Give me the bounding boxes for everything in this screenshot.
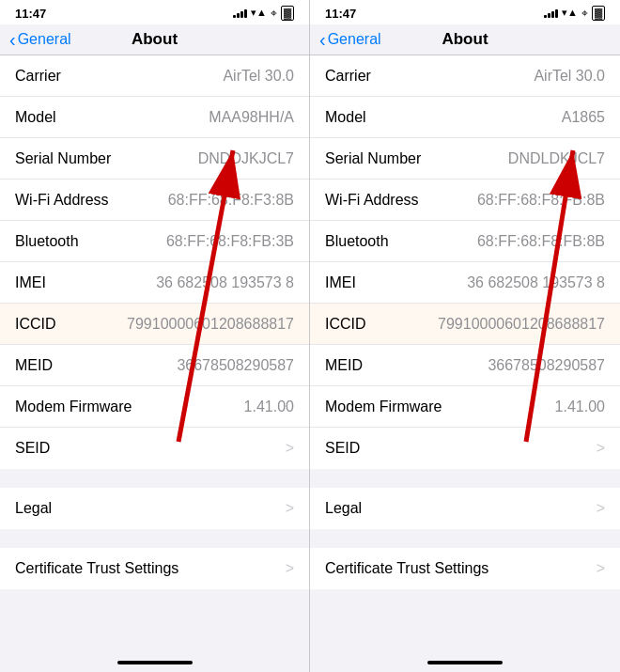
gap2-left bbox=[0, 529, 309, 548]
label-bluetooth-left: Bluetooth bbox=[15, 233, 79, 250]
back-label-left: General bbox=[18, 31, 71, 48]
label-modem-right: Modem Firmware bbox=[325, 399, 442, 415]
value-wifi-left: 68:FF:68:F8:F3:8B bbox=[168, 192, 294, 209]
wifi-symbol-right: ⌖ bbox=[581, 7, 588, 20]
back-chevron-left: ‹ bbox=[9, 29, 16, 51]
label-carrier-right: Carrier bbox=[325, 68, 371, 85]
row-seid-left[interactable]: SEID > bbox=[0, 428, 309, 469]
nav-header-right: ‹ General About bbox=[310, 24, 620, 55]
value-modem-left: 1.41.00 bbox=[244, 399, 294, 415]
legal-section-left: Legal > bbox=[0, 488, 309, 529]
chevron-cert-right: > bbox=[597, 560, 605, 577]
row-model-right: Model A1865 bbox=[310, 97, 620, 138]
scroll-area-left[interactable]: Carrier AirTel 30.0 Model MAA98HH/A Seri… bbox=[0, 55, 309, 653]
value-bluetooth-left: 68:FF:68:F8:FB:3B bbox=[166, 233, 294, 250]
cert-section-right: Certificate Trust Settings > bbox=[310, 548, 620, 589]
label-model-right: Model bbox=[325, 109, 366, 126]
row-cert-left[interactable]: Certificate Trust Settings > bbox=[0, 548, 309, 589]
row-imei-left: IMEI 36 682508 193573 8 bbox=[0, 262, 309, 304]
row-bluetooth-right: Bluetooth 68:FF:68:F8:FB:8B bbox=[310, 221, 620, 262]
battery-icon-left: ▓ bbox=[281, 6, 294, 21]
value-iccid-left: 79910000601208688817 bbox=[127, 316, 294, 333]
label-seid-left: SEID bbox=[15, 440, 50, 457]
back-chevron-right: ‹ bbox=[319, 29, 326, 51]
label-meid-right: MEID bbox=[325, 357, 363, 374]
screen-container: 11:47 ▾▲ ⌖ ▓ ‹ General About bbox=[0, 0, 620, 672]
scroll-area-right[interactable]: Carrier AirTel 30.0 Model A1865 Serial N… bbox=[310, 55, 620, 653]
label-iccid-left: ICCID bbox=[15, 316, 56, 333]
gap2-right bbox=[310, 529, 620, 548]
value-serial-right: DNDLDKJCL7 bbox=[508, 150, 605, 167]
label-meid-left: MEID bbox=[15, 357, 53, 374]
row-carrier-right: Carrier AirTel 30.0 bbox=[310, 55, 620, 97]
main-section-left: Carrier AirTel 30.0 Model MAA98HH/A Seri… bbox=[0, 55, 309, 469]
back-button-left[interactable]: ‹ General bbox=[9, 29, 71, 51]
value-carrier-right: AirTel 30.0 bbox=[534, 68, 605, 85]
row-seid-right[interactable]: SEID > bbox=[310, 428, 620, 469]
label-imei-right: IMEI bbox=[325, 274, 356, 291]
row-iccid-right: ICCID 79910000601208688817 bbox=[310, 304, 620, 345]
value-bluetooth-right: 68:FF:68:F8:FB:8B bbox=[477, 233, 605, 250]
row-model-left: Model MAA98HH/A bbox=[0, 97, 309, 138]
value-imei-left: 36 682508 193573 8 bbox=[156, 274, 294, 291]
chevron-cert-left: > bbox=[286, 560, 294, 577]
wifi-icon-right: ▾▲ bbox=[562, 7, 578, 19]
value-imei-right: 36 682508 193573 8 bbox=[467, 274, 605, 291]
gap1-right bbox=[310, 469, 620, 488]
value-wifi-right: 68:FF:68:F8:FB:8B bbox=[477, 192, 605, 209]
page-title-left: About bbox=[132, 30, 178, 49]
label-carrier-left: Carrier bbox=[15, 68, 61, 85]
page-title-right: About bbox=[442, 30, 488, 49]
row-meid-right: MEID 36678508290587 bbox=[310, 345, 620, 386]
chevron-seid-left: > bbox=[286, 440, 294, 457]
right-panel: 11:47 ▾▲ ⌖ ▓ ‹ General About bbox=[310, 0, 620, 672]
status-icons-right: ▾▲ ⌖ ▓ bbox=[544, 6, 605, 21]
status-bar-right: 11:47 ▾▲ ⌖ ▓ bbox=[310, 0, 620, 24]
nav-header-left: ‹ General About bbox=[0, 24, 309, 55]
row-iccid-left: ICCID 79910000601208688817 bbox=[0, 304, 309, 345]
left-panel: 11:47 ▾▲ ⌖ ▓ ‹ General About bbox=[0, 0, 310, 672]
row-modem-left: Modem Firmware 1.41.00 bbox=[0, 386, 309, 428]
label-wifi-right: Wi-Fi Address bbox=[325, 192, 419, 209]
wifi-icon-left: ▾▲ bbox=[251, 7, 267, 19]
row-modem-right: Modem Firmware 1.41.00 bbox=[310, 386, 620, 428]
value-carrier-left: AirTel 30.0 bbox=[223, 68, 294, 85]
label-legal-right: Legal bbox=[325, 500, 362, 517]
label-serial-left: Serial Number bbox=[15, 150, 111, 167]
home-bar-right bbox=[427, 661, 503, 664]
value-iccid-right: 79910000601208688817 bbox=[438, 316, 605, 333]
gap1-left bbox=[0, 469, 309, 488]
main-section-right: Carrier AirTel 30.0 Model A1865 Serial N… bbox=[310, 55, 620, 469]
label-model-left: Model bbox=[15, 109, 56, 126]
row-legal-right[interactable]: Legal > bbox=[310, 488, 620, 529]
signal-icon-left bbox=[233, 8, 247, 18]
time-left: 11:47 bbox=[15, 7, 46, 21]
battery-icon-right: ▓ bbox=[592, 6, 605, 21]
row-meid-left: MEID 36678508290587 bbox=[0, 345, 309, 386]
back-button-right[interactable]: ‹ General bbox=[319, 29, 381, 51]
row-bluetooth-left: Bluetooth 68:FF:68:F8:FB:3B bbox=[0, 221, 309, 262]
label-cert-left: Certificate Trust Settings bbox=[15, 560, 178, 577]
value-model-left: MAA98HH/A bbox=[209, 109, 294, 126]
row-serial-left: Serial Number DNDDJKJCL7 bbox=[0, 138, 309, 180]
row-serial-right: Serial Number DNDLDKJCL7 bbox=[310, 138, 620, 180]
label-legal-left: Legal bbox=[15, 500, 52, 517]
value-meid-right: 36678508290587 bbox=[488, 357, 605, 374]
row-carrier-left: Carrier AirTel 30.0 bbox=[0, 55, 309, 97]
label-modem-left: Modem Firmware bbox=[15, 399, 132, 415]
chevron-legal-right: > bbox=[597, 500, 605, 517]
value-modem-right: 1.41.00 bbox=[555, 399, 605, 415]
row-wifi-left: Wi-Fi Address 68:FF:68:F8:F3:8B bbox=[0, 180, 309, 221]
home-bar-left bbox=[117, 661, 193, 664]
wifi-symbol-left: ⌖ bbox=[271, 7, 277, 20]
label-seid-right: SEID bbox=[325, 440, 360, 457]
status-icons-left: ▾▲ ⌖ ▓ bbox=[233, 6, 294, 21]
label-wifi-left: Wi-Fi Address bbox=[15, 192, 109, 209]
signal-icon-right bbox=[544, 8, 558, 18]
label-imei-left: IMEI bbox=[15, 274, 46, 291]
row-cert-right[interactable]: Certificate Trust Settings > bbox=[310, 548, 620, 589]
row-legal-left[interactable]: Legal > bbox=[0, 488, 309, 529]
label-bluetooth-right: Bluetooth bbox=[325, 233, 389, 250]
home-indicator-right bbox=[310, 653, 620, 672]
value-meid-left: 36678508290587 bbox=[177, 357, 294, 374]
